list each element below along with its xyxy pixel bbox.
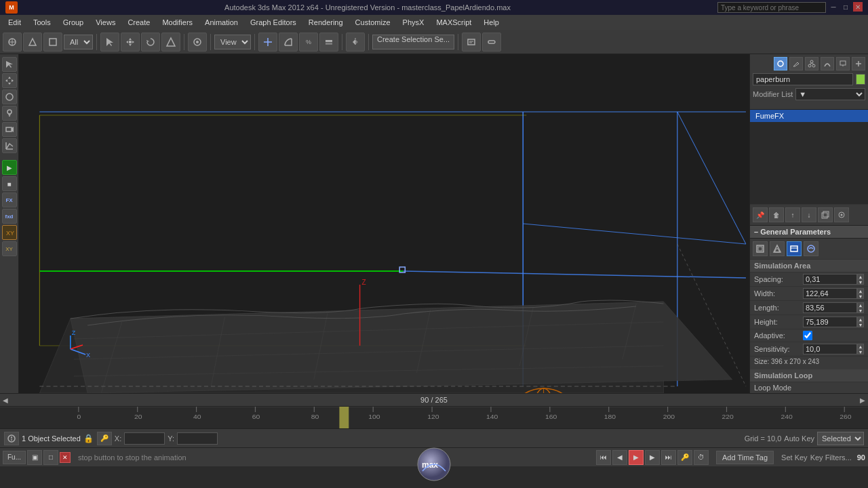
task-fu-btn[interactable]: Fu... xyxy=(3,451,26,464)
menu-graph-editors[interactable]: Graph Editors xyxy=(245,17,302,28)
add-time-tag-button[interactable]: Add Time Tag xyxy=(716,451,774,464)
length-spin-down[interactable]: ▼ xyxy=(857,308,864,313)
sensitivity-value[interactable]: 10,0 xyxy=(803,344,857,354)
snap-btn[interactable] xyxy=(258,33,277,52)
vp-bracket[interactable]: [+] xyxy=(24,57,33,65)
toolbar-btn-3[interactable] xyxy=(43,33,62,52)
rp-icon-motion[interactable] xyxy=(821,57,834,70)
menu-views[interactable]: Views xyxy=(90,17,121,28)
task-btn-2[interactable]: ▣ xyxy=(27,450,42,465)
mod-pin-btn[interactable]: 📌 xyxy=(753,207,768,222)
params-icon-2[interactable] xyxy=(770,241,785,256)
rp-icon-modify[interactable] xyxy=(789,57,803,70)
time-config-btn[interactable]: ⏱ xyxy=(694,450,709,465)
menu-customize[interactable]: Customize xyxy=(350,17,396,28)
menu-animation[interactable]: Animation xyxy=(199,17,243,28)
width-value[interactable]: 122,64 xyxy=(803,288,857,299)
menu-modifiers[interactable]: Modifiers xyxy=(157,17,198,28)
params-icon-4[interactable] xyxy=(804,241,818,256)
key-filters-label[interactable]: Key Filters... xyxy=(810,453,852,462)
menu-tools[interactable]: Tools xyxy=(28,17,56,28)
lt-xy[interactable]: XY xyxy=(2,241,17,256)
lt-move[interactable] xyxy=(2,73,17,88)
go-to-start-btn[interactable]: ⏮ xyxy=(596,450,611,465)
rp-icon-hierarchy[interactable] xyxy=(805,57,818,70)
named-sel-1[interactable] xyxy=(462,33,481,52)
lt-select[interactable] xyxy=(2,57,17,72)
task-btn-3[interactable]: □ xyxy=(43,450,58,465)
reference-btn[interactable] xyxy=(188,33,207,52)
view-select[interactable]: View xyxy=(214,35,251,49)
mod-configure-btn[interactable] xyxy=(834,207,849,222)
mirror-btn[interactable] xyxy=(346,33,365,52)
angle-snap-btn[interactable] xyxy=(279,33,298,52)
link-btn[interactable] xyxy=(482,33,501,52)
toolbar-btn-1[interactable] xyxy=(3,33,22,52)
spacing-value[interactable]: 0,31 xyxy=(803,274,857,285)
width-spin-down[interactable]: ▼ xyxy=(857,293,864,299)
search-input[interactable] xyxy=(717,2,826,13)
timeline-next[interactable]: ▶ xyxy=(857,393,868,407)
scale-btn[interactable] xyxy=(161,33,180,52)
timeline-track[interactable]: 0 20 40 60 80 100 120 140 160 xyxy=(0,407,868,428)
spacing-spin-down[interactable]: ▼ xyxy=(857,279,864,285)
lt-fumefx[interactable]: FX xyxy=(2,192,17,207)
rotate-btn[interactable] xyxy=(141,33,160,52)
mod-make-unique-btn[interactable] xyxy=(818,207,833,222)
mod-trash-btn[interactable]: 🗑 xyxy=(769,207,784,222)
mod-up-btn[interactable]: ↑ xyxy=(785,207,800,222)
menu-group[interactable]: Group xyxy=(58,17,90,28)
menu-help[interactable]: Help xyxy=(478,17,505,28)
lt-fxd[interactable]: fxd xyxy=(2,209,17,224)
rp-icon-display[interactable] xyxy=(836,57,850,70)
next-frame-btn[interactable]: ▶ xyxy=(645,450,660,465)
params-icon-1[interactable] xyxy=(753,241,768,256)
rp-icon-create[interactable] xyxy=(774,57,787,70)
mod-down-btn[interactable]: ↓ xyxy=(802,207,816,222)
move-btn[interactable] xyxy=(121,33,140,52)
select-btn[interactable] xyxy=(100,33,119,52)
lt-play[interactable]: ▶ xyxy=(2,160,17,175)
lt-stop[interactable]: ■ xyxy=(2,176,17,191)
y-coord-input[interactable] xyxy=(177,432,218,445)
lock-icon[interactable]: 🔒 xyxy=(83,433,94,444)
close-button[interactable]: ✕ xyxy=(853,2,863,12)
object-name-input[interactable] xyxy=(753,73,853,85)
maximize-button[interactable]: □ xyxy=(841,2,850,12)
create-selection-btn[interactable]: Create Selection Se... xyxy=(372,35,454,49)
timeline-prev[interactable]: ◀ xyxy=(0,393,11,407)
x-coord-input[interactable] xyxy=(124,432,165,445)
toolbar-btn-2[interactable] xyxy=(23,33,42,52)
length-value[interactable]: 83,56 xyxy=(803,302,857,313)
prev-frame-btn[interactable]: ◀ xyxy=(612,450,627,465)
lt-xref[interactable]: XY xyxy=(2,225,17,240)
menu-create[interactable]: Create xyxy=(122,17,155,28)
width-spin-up[interactable]: ▲ xyxy=(857,288,864,293)
height-value[interactable]: 75,189 xyxy=(803,317,857,327)
vp-camera[interactable]: Camera001 xyxy=(36,57,75,65)
object-color-swatch[interactable] xyxy=(856,74,865,85)
lt-helpers[interactable] xyxy=(2,138,17,153)
window-controls[interactable]: ─ □ ✕ xyxy=(717,2,863,13)
spinner-snap-btn[interactable] xyxy=(319,33,338,52)
lt-shapes[interactable] xyxy=(2,89,17,104)
menu-maxscript[interactable]: MAXScript xyxy=(431,17,477,28)
task-close-btn[interactable]: ✕ xyxy=(60,452,71,463)
auto-key-select[interactable]: Selected All Explicit xyxy=(817,432,864,445)
height-spin-up[interactable]: ▲ xyxy=(857,317,864,322)
rp-icon-utilities[interactable] xyxy=(852,57,865,70)
spacing-spin-up[interactable]: ▲ xyxy=(857,274,864,279)
filter-select[interactable]: All xyxy=(64,35,93,49)
key-mode-btn[interactable]: 🔑 xyxy=(677,450,692,465)
go-to-end-btn[interactable]: ⏭ xyxy=(661,450,676,465)
lt-cameras[interactable] xyxy=(2,122,17,137)
play-btn[interactable]: ▶ xyxy=(629,450,644,465)
sensitivity-spin-down[interactable]: ▼ xyxy=(857,349,864,354)
params-header[interactable]: – General Parameters xyxy=(750,226,868,239)
menu-rendering[interactable]: Rendering xyxy=(303,17,349,28)
percent-snap-btn[interactable]: % xyxy=(299,33,318,52)
vp-shading[interactable]: [ Shaded ] xyxy=(77,57,111,65)
adaptive-checkbox[interactable] xyxy=(803,331,812,340)
lt-lights[interactable] xyxy=(2,106,17,121)
status-btn-1[interactable] xyxy=(4,432,19,445)
